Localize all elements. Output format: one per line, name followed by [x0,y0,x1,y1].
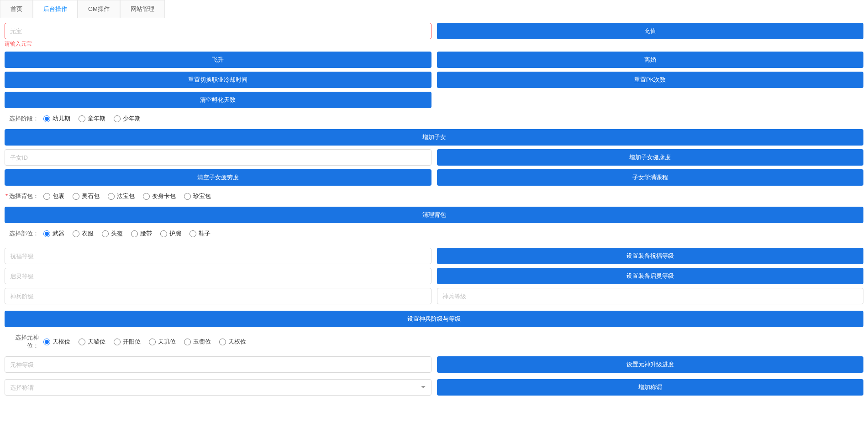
stage-option-3[interactable]: 少年期 [114,115,141,123]
backpack-radio-group: 包裹 灵石包 法宝包 变身卡包 珍宝包 [43,192,211,200]
backpack-option-1[interactable]: 包裹 [43,192,64,200]
backpack-form-row: 选择背包： 包裹 灵石包 法宝包 变身卡包 珍宝包 [5,192,863,200]
set-bless-level-button[interactable]: 设置装备祝福等级 [437,248,864,264]
part-option-2[interactable]: 衣服 [73,229,94,238]
tab-bar: 首页 后台操作 GM操作 网站管理 [0,0,868,18]
title-select[interactable]: 选择称谓 [5,379,431,396]
yuanshen-option-6[interactable]: 天权位 [219,338,246,346]
part-radio-group: 武器 衣服 头盔 腰带 护腕 鞋子 [43,229,210,238]
yuanbao-input[interactable] [5,23,431,39]
select-yuanshen-label: 选择元神位： [5,334,43,350]
stage-form-row: 选择阶段： 幼儿期 童年期 少年期 [5,115,863,123]
yuanshen-option-1[interactable]: 天枢位 [43,338,70,346]
tab-backend[interactable]: 后台操作 [33,0,78,18]
set-qiling-level-button[interactable]: 设置装备启灵等级 [437,268,864,284]
yuanshen-option-2[interactable]: 天璇位 [79,338,105,346]
backpack-option-4[interactable]: 变身卡包 [143,192,176,200]
yuanshen-radio-group: 天枢位 天璇位 开阳位 天玑位 玉衡位 天权位 [43,338,246,346]
part-option-4[interactable]: 腰带 [131,229,152,238]
shenbing-stage-input[interactable] [5,288,431,304]
clear-backpack-button[interactable]: 清理背包 [5,207,863,223]
yuanshen-option-3[interactable]: 开阳位 [114,338,141,346]
reset-pk-button[interactable]: 重置PK次数 [437,72,864,88]
yuanshen-option-4[interactable]: 天玑位 [149,338,176,346]
part-option-3[interactable]: 头盔 [102,229,123,238]
stage-radio-group: 幼儿期 童年期 少年期 [43,115,141,123]
child-id-input[interactable] [5,149,431,166]
bless-level-input[interactable] [5,248,431,264]
add-child-button[interactable]: 增加子女 [5,129,863,146]
set-shenbing-button[interactable]: 设置神兵阶级与等级 [5,311,863,327]
add-child-health-button[interactable]: 增加子女健康度 [437,149,864,166]
set-yuanshen-progress-button[interactable]: 设置元神升级进度 [437,356,864,373]
yuanbao-error: 请输入元宝 [5,40,431,48]
backpack-option-3[interactable]: 法宝包 [108,192,135,200]
reset-job-cooldown-button[interactable]: 重置切换职业冷却时间 [5,72,431,88]
clear-child-fatigue-button[interactable]: 清空子女疲劳度 [5,169,431,186]
shenbing-level-input[interactable] [437,288,864,304]
divorce-button[interactable]: 离婚 [437,52,864,68]
clear-hatch-days-button[interactable]: 清空孵化天数 [5,92,431,108]
recharge-button[interactable]: 充值 [437,23,864,39]
ascend-button[interactable]: 飞升 [5,52,431,68]
part-option-1[interactable]: 武器 [43,229,64,238]
select-stage-label: 选择阶段： [5,115,43,123]
add-title-button[interactable]: 增加称谓 [437,379,864,396]
backpack-option-5[interactable]: 珍宝包 [184,192,211,200]
backpack-option-2[interactable]: 灵石包 [73,192,100,200]
yuanshen-form-row: 选择元神位： 天枢位 天璇位 开阳位 天玑位 玉衡位 天权位 [5,334,863,350]
stage-option-2[interactable]: 童年期 [79,115,105,123]
tab-web-manage[interactable]: 网站管理 [120,0,165,18]
part-option-5[interactable]: 护腕 [160,229,181,238]
select-part-label: 选择部位： [5,229,43,238]
qiling-level-input[interactable] [5,268,431,284]
yuanshen-option-5[interactable]: 玉衡位 [184,338,211,346]
part-option-6[interactable]: 鞋子 [189,229,210,238]
yuanshen-level-input[interactable] [5,356,431,373]
content-area: 请输入元宝 充值 飞升 离婚 重置切换职业冷却时间 重置PK次数 清空孵化天数 … [0,18,868,404]
tab-gm[interactable]: GM操作 [78,0,120,18]
part-form-row: 选择部位： 武器 衣服 头盔 腰带 护腕 鞋子 [5,229,863,238]
child-full-course-button[interactable]: 子女学满课程 [437,169,864,186]
stage-option-1[interactable]: 幼儿期 [43,115,70,123]
select-backpack-label: 选择背包： [5,192,43,200]
tab-home[interactable]: 首页 [0,0,33,18]
